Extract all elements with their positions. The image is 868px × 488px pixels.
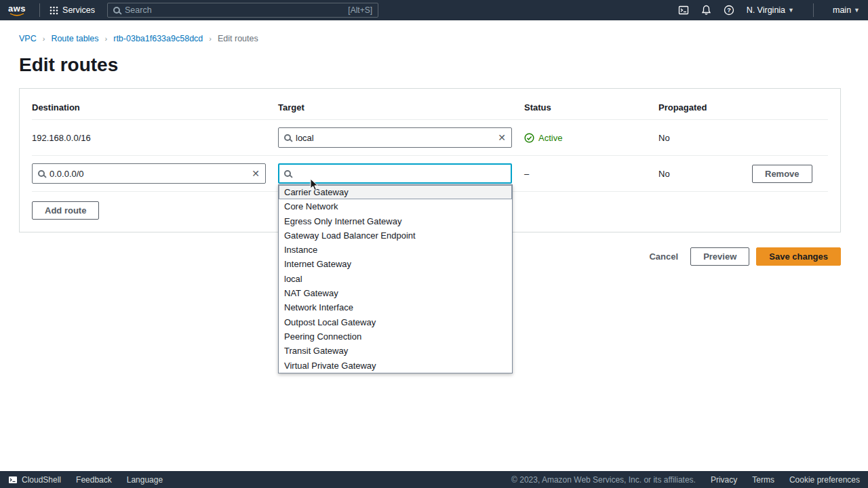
global-search[interactable]: [Alt+S] [107,3,378,18]
table-row: ✕ Carrier Gateway Core Network Egress On… [32,156,828,192]
top-navigation-bar: aws Services [Alt+S] [0,0,868,20]
breadcrumb-link-route-table-id[interactable]: rtb-03ba1f633a9c58dcd [113,34,203,43]
breadcrumb-link-route-tables[interactable]: Route tables [51,34,98,43]
dropdown-option-carrier-gateway[interactable]: Carrier Gateway [279,185,512,199]
status-cell: – [524,169,646,179]
breadcrumb-separator: › [43,35,45,43]
footer-terms-link[interactable]: Terms [752,475,774,485]
dropdown-option-local[interactable]: local [279,272,512,286]
search-icon [284,134,291,141]
footer-copyright: © 2023, Amazon Web Services, Inc. or its… [511,475,696,485]
nav-right-group: ? N. Virginia ▼ main ▼ [678,3,860,17]
destination-value: 192.168.0.0/16 [32,133,266,143]
target-options-dropdown: Carrier Gateway Core Network Egress Only… [278,184,513,373]
footer-language[interactable]: Language [127,475,163,485]
region-label: N. Virginia [747,5,785,15]
aws-smile-icon [9,13,24,16]
search-input[interactable] [125,5,343,15]
add-route-button[interactable]: Add route [32,201,99,220]
footer-cloudshell[interactable]: CloudShell [8,475,61,485]
cloudshell-nav-button[interactable] [678,5,689,16]
edit-routes-card: Destination Target Status Propagated 192… [19,88,841,232]
services-menu[interactable]: Services [47,5,98,15]
footer-language-label: Language [127,475,163,485]
search-icon [284,170,291,177]
column-header-propagated: Propagated [658,102,740,113]
footer-bar: CloudShell Feedback Language © 2023, Ama… [0,471,868,488]
cloudshell-icon [8,475,18,485]
dropdown-option-core-network[interactable]: Core Network [279,199,512,214]
save-changes-button[interactable]: Save changes [756,247,841,266]
dropdown-option-nat-gateway[interactable]: NAT Gateway [279,286,512,300]
dropdown-option-outpost-local-gateway[interactable]: Outpost Local Gateway [279,315,512,329]
column-header-destination: Destination [32,102,266,113]
page-title: Edit routes [19,54,849,76]
chevron-down-icon: ▼ [788,7,794,14]
status-cell: Active [524,133,646,143]
account-menu[interactable]: main ▼ [833,5,860,15]
destination-input-row2-field[interactable] [50,169,247,179]
propagated-value: No [658,133,740,143]
dropdown-option-peering-connection[interactable]: Peering Connection [279,329,512,344]
table-row: 192.168.0.0/16 ✕ Active No [32,120,828,156]
dropdown-option-network-interface[interactable]: Network Interface [279,300,512,314]
routes-table-header: Destination Target Status Propagated [32,97,828,120]
bell-icon [701,5,711,16]
breadcrumb-separator: › [209,35,212,43]
clear-icon[interactable]: ✕ [252,169,260,178]
breadcrumb-current: Edit routes [218,34,258,43]
aws-logo[interactable]: aws [8,5,26,16]
footer-privacy-link[interactable]: Privacy [711,475,737,485]
nav-divider [813,3,814,17]
svg-text:?: ? [727,7,731,14]
search-icon [38,170,45,177]
column-header-target: Target [278,102,512,113]
notifications-button[interactable] [701,5,711,16]
status-text: Active [538,133,562,143]
dropdown-option-instance[interactable]: Instance [279,243,512,257]
breadcrumb: VPC › Route tables › rtb-03ba1f633a9c58d… [0,20,868,43]
footer-cookie-preferences-link[interactable]: Cookie preferences [789,475,860,485]
footer-cloudshell-label: CloudShell [22,475,61,485]
footer-feedback[interactable]: Feedback [76,475,112,485]
nav-divider [39,3,40,17]
search-icon [113,7,120,14]
chevron-down-icon: ▼ [854,7,860,14]
question-icon: ? [724,5,734,16]
dropdown-option-internet-gateway[interactable]: Internet Gateway [279,257,512,271]
dropdown-option-egress-only-internet-gateway[interactable]: Egress Only Internet Gateway [279,214,512,228]
breadcrumb-separator: › [105,35,108,43]
region-menu[interactable]: N. Virginia ▼ [747,5,794,15]
target-input-row2[interactable] [278,163,512,184]
services-label: Services [62,5,95,15]
target-input-row1-field[interactable] [296,133,493,143]
help-button[interactable]: ? [724,5,734,16]
grid-icon [50,6,58,15]
destination-input-row2[interactable]: ✕ [32,163,266,184]
dropdown-option-gateway-load-balancer-endpoint[interactable]: Gateway Load Balancer Endpoint [279,228,512,243]
search-shortcut-hint: [Alt+S] [348,5,372,15]
account-label: main [833,5,851,15]
clear-icon[interactable]: ✕ [498,133,506,142]
cloudshell-icon [678,5,689,16]
column-header-status: Status [524,102,646,113]
footer-feedback-label: Feedback [76,475,112,485]
aws-logo-text: aws [8,5,26,13]
dropdown-option-virtual-private-gateway[interactable]: Virtual Private Gateway [279,359,512,373]
status-active-icon [524,133,534,143]
propagated-value: No [658,169,740,179]
cancel-button[interactable]: Cancel [644,248,684,265]
breadcrumb-link-vpc[interactable]: VPC [19,34,37,43]
preview-button[interactable]: Preview [690,247,749,266]
remove-button[interactable]: Remove [752,165,812,183]
target-input-row1[interactable]: ✕ [278,127,512,148]
dropdown-option-transit-gateway[interactable]: Transit Gateway [279,344,512,358]
target-input-row2-field[interactable] [296,169,506,179]
